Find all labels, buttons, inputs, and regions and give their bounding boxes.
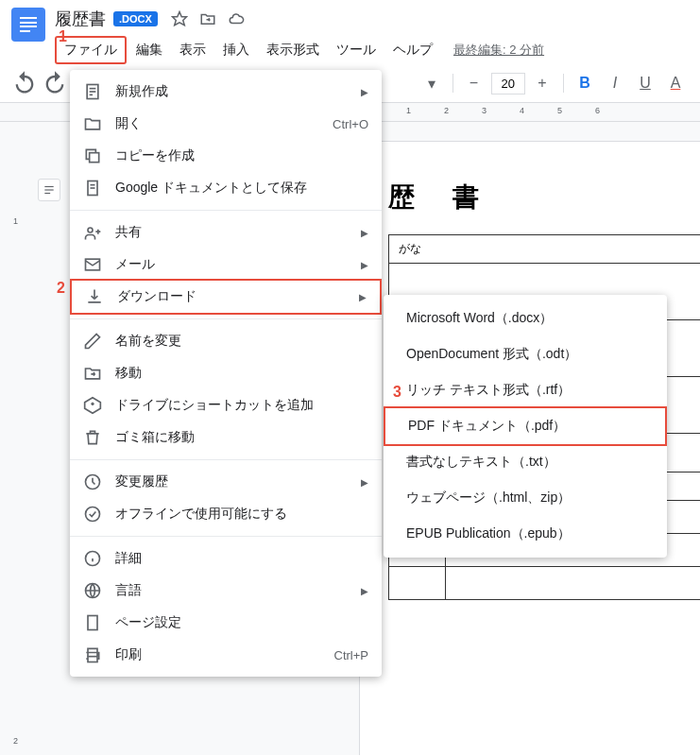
undo-button[interactable] <box>11 70 38 96</box>
gdoc-icon <box>83 179 102 198</box>
callout-2: 2 <box>57 280 65 297</box>
menu-tools[interactable]: ツール <box>329 38 384 62</box>
move-icon <box>83 364 102 383</box>
copy-icon <box>83 146 102 165</box>
menu-email[interactable]: メール ▶ <box>70 249 382 281</box>
resume-heading: 歴 書 <box>388 180 700 215</box>
menu-open[interactable]: 開く Ctrl+O <box>70 108 382 140</box>
cloud-icon[interactable] <box>228 10 245 27</box>
move-folder-icon[interactable] <box>199 10 216 27</box>
menu-new[interactable]: 新規作成 ▶ <box>70 76 382 108</box>
star-icon[interactable] <box>171 10 188 27</box>
menu-shortcut[interactable]: ドライブにショートカットを追加 <box>70 389 382 421</box>
bold-button[interactable]: B <box>572 70 598 96</box>
menu-format[interactable]: 表示形式 <box>259 38 327 62</box>
svg-point-14 <box>86 507 100 522</box>
menu-download[interactable]: ダウンロード ▶ <box>70 279 382 315</box>
offline-icon <box>83 505 102 524</box>
email-icon <box>83 255 102 274</box>
zoom-in-button[interactable]: + <box>529 70 555 96</box>
menu-share[interactable]: 共有 ▶ <box>70 216 382 249</box>
svg-rect-19 <box>88 616 97 630</box>
download-rtf[interactable]: リッチ テキスト形式（.rtf） <box>384 372 667 408</box>
menu-page-setup[interactable]: ページ設定 <box>70 607 382 639</box>
menu-move[interactable]: 移動 <box>70 357 382 389</box>
print-icon <box>83 645 102 664</box>
outline-button[interactable] <box>38 179 60 201</box>
svg-point-12 <box>88 228 93 232</box>
chevron-right-icon: ▶ <box>361 260 368 270</box>
menu-copy[interactable]: コピーを作成 <box>70 140 382 172</box>
chevron-right-icon: ▶ <box>361 586 368 596</box>
download-pdf[interactable]: PDF ドキュメント（.pdf） <box>384 406 667 446</box>
redo-button[interactable] <box>42 70 68 96</box>
docs-logo[interactable] <box>11 8 45 42</box>
last-edit[interactable]: 最終編集: 2 分前 <box>453 42 544 59</box>
history-icon <box>83 472 102 491</box>
globe-icon <box>83 581 102 600</box>
file-dropdown: 新規作成 ▶ 開く Ctrl+O コピーを作成 Google ドキュメントとして… <box>70 70 382 677</box>
document-title[interactable]: 履歴書 <box>55 8 106 30</box>
download-docx[interactable]: Microsoft Word（.docx） <box>384 301 667 336</box>
download-html[interactable]: ウェブページ（.html、zip） <box>384 480 667 516</box>
menu-edit[interactable]: 編集 <box>128 38 170 62</box>
callout-3: 3 <box>393 384 401 401</box>
download-submenu: Microsoft Word（.docx） OpenDocument 形式（.o… <box>384 295 667 558</box>
download-odt[interactable]: OpenDocument 形式（.odt） <box>384 336 667 372</box>
vertical-ruler: 1 2 <box>13 122 32 755</box>
info-icon <box>83 549 102 568</box>
text-color-button[interactable]: A <box>662 70 689 96</box>
left-gutter: 1 2 <box>0 122 66 755</box>
menu-version-history[interactable]: 変更履歴 ▶ <box>70 466 382 498</box>
menu-language[interactable]: 言語 ▶ <box>70 575 382 607</box>
menu-offline[interactable]: オフラインで使用可能にする <box>70 498 382 530</box>
docx-badge: .DOCX <box>113 11 158 26</box>
header: 履歴書 .DOCX ファイル 編集 表示 挿入 表示形式 ツール ヘルプ 最終編… <box>0 0 700 64</box>
chevron-right-icon: ▶ <box>359 292 367 302</box>
callout-1: 1 <box>59 28 67 45</box>
menu-insert[interactable]: 挿入 <box>215 38 257 62</box>
menu-view[interactable]: 表示 <box>172 38 213 62</box>
chevron-right-icon: ▶ <box>361 87 368 97</box>
furigana-cell: がな <box>389 235 701 264</box>
menu-print[interactable]: 印刷 Ctrl+P <box>70 639 382 671</box>
menu-trash[interactable]: ゴミ箱に移動 <box>70 421 382 454</box>
folder-icon <box>83 114 102 133</box>
download-epub[interactable]: EPUB Publication（.epub） <box>384 516 667 552</box>
italic-button[interactable]: I <box>602 70 628 96</box>
chevron-right-icon: ▶ <box>361 228 368 238</box>
chevron-right-icon: ▶ <box>361 477 368 488</box>
svg-marker-0 <box>172 12 186 26</box>
trash-icon <box>83 428 102 447</box>
menu-details[interactable]: 詳細 <box>70 542 382 575</box>
download-txt[interactable]: 書式なしテキスト（.txt） <box>384 444 667 480</box>
menu-save-gdoc[interactable]: Google ドキュメントとして保存 <box>70 172 382 204</box>
svg-rect-20 <box>88 657 97 662</box>
underline-button[interactable]: U <box>632 70 658 96</box>
document-icon <box>83 82 102 101</box>
svg-rect-8 <box>90 153 99 163</box>
download-icon <box>85 287 104 306</box>
menubar: ファイル 編集 表示 挿入 表示形式 ツール ヘルプ 最終編集: 2 分前 <box>55 36 689 64</box>
shortcut-icon <box>83 396 102 415</box>
page-icon <box>83 613 102 632</box>
zoom-value[interactable]: 20 <box>491 73 525 94</box>
menu-help[interactable]: ヘルプ <box>385 38 440 62</box>
pencil-icon <box>83 332 102 351</box>
zoom-out-button[interactable]: − <box>461 70 487 96</box>
menu-rename[interactable]: 名前を変更 <box>70 325 382 357</box>
share-icon <box>83 223 102 242</box>
chevron-down-icon[interactable]: ▾ <box>418 70 445 96</box>
